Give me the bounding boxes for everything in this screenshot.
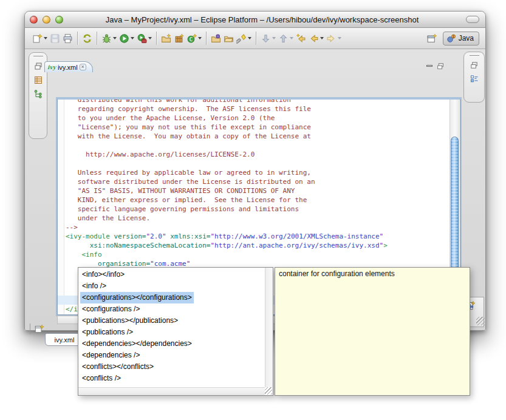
minimize-editor-icon[interactable] (426, 65, 432, 67)
toolbar-separator (206, 32, 207, 45)
popup-resize-grip[interactable] (265, 387, 272, 395)
code-line: xsi:noNamespaceSchemaLocation="http://an… (66, 241, 449, 250)
window-title: Java – MyProject/ivy.xml – Eclipse Platf… (63, 15, 466, 24)
run-button[interactable] (118, 30, 135, 46)
new-java-project-button[interactable] (160, 30, 173, 46)
open-perspective-icon (426, 33, 437, 44)
completion-list[interactable]: <info></info><info /><configurations></c… (78, 269, 264, 387)
run-icon (119, 33, 129, 44)
code-line: "AS IS" BASIS, WITHOUT WARRANTIES OR CON… (66, 186, 449, 195)
open-resource-button[interactable] (222, 30, 235, 46)
completion-item[interactable]: <dependencies /> (78, 350, 264, 361)
forward-button[interactable] (325, 30, 343, 46)
dropdown-arrow-icon[interactable] (148, 37, 152, 39)
completion-item[interactable]: <info></info> (78, 269, 264, 280)
toolbar-separator (77, 32, 78, 45)
new-package-icon (174, 33, 184, 44)
new-class-button[interactable]: C (185, 30, 203, 46)
completion-item[interactable]: <configurations></configurations> (78, 292, 264, 303)
fast-view-bar (30, 323, 44, 334)
content-assist-doc-panel: container for configuration elements (275, 267, 470, 396)
back-button[interactable] (307, 30, 325, 46)
hierarchy-view-icon[interactable] (33, 75, 43, 85)
dropdown-arrow-icon[interactable] (272, 37, 276, 39)
code-line (66, 141, 449, 150)
dropdown-arrow-icon[interactable] (338, 37, 341, 39)
completion-item[interactable]: <conflicts></conflicts> (78, 361, 264, 373)
maximize-editor-icon[interactable] (436, 62, 445, 70)
java-perspective-label: Java (459, 34, 474, 42)
editor-tab-label: ivy.xml (58, 64, 78, 71)
dropdown-arrow-icon[interactable] (44, 37, 47, 39)
fast-view-icon[interactable] (33, 323, 44, 334)
code-line: <ivy-module version="2.0" xmlns:xsi="htt… (66, 232, 449, 241)
dropdown-arrow-icon[interactable] (131, 37, 134, 39)
code-line: --> (66, 223, 449, 232)
zoom-window-button[interactable] (55, 16, 63, 24)
open-folder-icon (224, 33, 234, 44)
back-arrow-icon (309, 33, 319, 44)
debug-button[interactable] (100, 30, 118, 46)
open-type-button[interactable] (210, 30, 222, 46)
down-arrow-icon (261, 33, 271, 44)
last-edit-arrow-icon (296, 33, 306, 44)
dropdown-arrow-icon[interactable] (248, 37, 251, 39)
open-type-folder-icon (211, 33, 221, 44)
new-wizard-button[interactable] (31, 30, 49, 46)
tree-view-icon[interactable] (33, 89, 43, 99)
right-view-trim (463, 52, 485, 103)
popup-vertical-scrollbar[interactable] (265, 268, 273, 387)
title-bar: Java – MyProject/ivy.xml – Eclipse Platf… (25, 12, 485, 28)
close-window-button[interactable] (30, 16, 38, 24)
search-flashlight-icon (236, 33, 247, 44)
restore-views-icon[interactable] (33, 61, 43, 71)
outline-view-icon[interactable] (470, 74, 479, 84)
completion-item[interactable]: <publications></publications> (78, 315, 264, 327)
svg-text:C: C (190, 36, 193, 42)
last-edit-location-button[interactable] (295, 30, 307, 46)
window-resize-grip[interactable] (476, 317, 485, 325)
dropdown-arrow-icon[interactable] (198, 37, 202, 39)
trim-drag-handle[interactable] (470, 55, 479, 56)
completion-item[interactable]: <conflicts /> (78, 373, 264, 384)
debug-bug-icon (101, 33, 112, 44)
code-line: http://www.apache.org/licenses/LICENSE-2… (66, 150, 449, 159)
close-tab-icon[interactable]: × (80, 64, 86, 70)
ivy-file-icon: ivy (47, 64, 56, 70)
open-perspective-button[interactable] (425, 30, 438, 46)
trim-drag-handle[interactable] (33, 56, 43, 57)
completion-item[interactable]: <publications /> (78, 327, 264, 338)
next-annotation-button[interactable] (259, 30, 277, 46)
search-button[interactable] (235, 30, 253, 46)
code-line: KIND, either express or implied. See the… (66, 195, 449, 205)
code-line: software distributed under the License i… (66, 177, 449, 186)
popup-horizontal-scrollbar[interactable] (78, 387, 265, 395)
minimize-window-button[interactable] (43, 16, 50, 24)
dropdown-arrow-icon[interactable] (290, 37, 293, 39)
run-external-tools-button[interactable] (135, 30, 153, 46)
refresh-button[interactable] (81, 30, 94, 46)
print-button[interactable] (61, 30, 74, 46)
external-tools-icon (137, 33, 147, 44)
perspective-bar: J Java (425, 30, 479, 46)
toolbar-toggle-button[interactable] (466, 16, 479, 23)
previous-annotation-button[interactable] (277, 30, 295, 46)
bottom-tab-label: ivy.xml (55, 336, 75, 344)
svg-text:J: J (452, 34, 454, 39)
restore-views-icon[interactable] (470, 61, 479, 70)
print-icon (63, 33, 73, 44)
editor-tab-ivy-xml[interactable]: ivy ivy.xml × (44, 61, 93, 72)
completion-item[interactable]: <info /> (78, 280, 264, 292)
completion-item[interactable]: <dependencies></dependencies> (78, 338, 264, 350)
code-line: specific language governing permissions … (66, 205, 449, 214)
new-package-button[interactable] (173, 30, 185, 46)
dropdown-arrow-icon[interactable] (320, 37, 324, 39)
code-line (66, 159, 449, 168)
java-perspective-button[interactable]: J Java (443, 32, 479, 46)
save-button[interactable] (49, 30, 61, 46)
code-line: under the License. (66, 214, 449, 223)
dropdown-arrow-icon[interactable] (113, 37, 117, 39)
completion-doc-text: container for configuration elements (279, 269, 395, 278)
completion-item[interactable]: <configurations /> (78, 303, 264, 315)
editor-stack-buttons (426, 62, 445, 70)
